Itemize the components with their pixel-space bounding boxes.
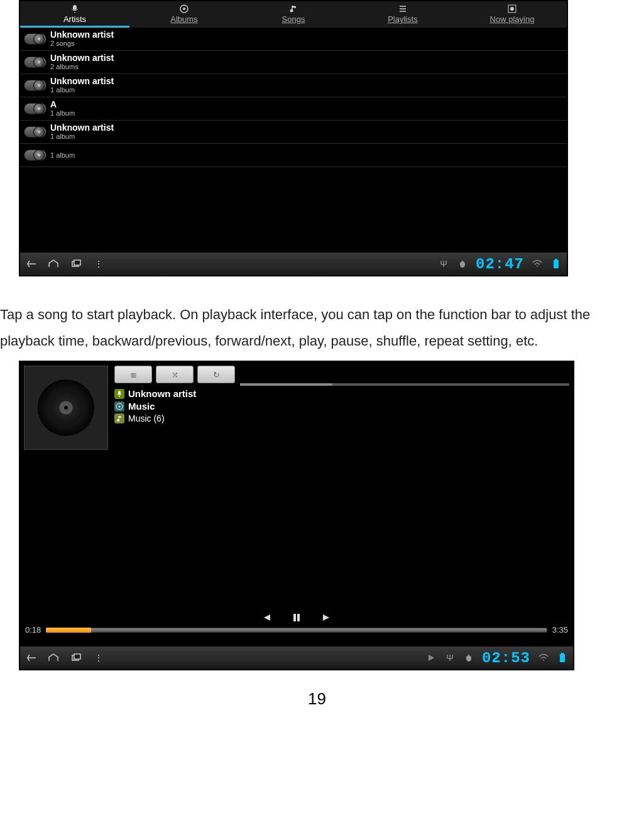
screenshot-now-playing: ≣ ⤮ ↻ Unknown artist Music bbox=[19, 361, 574, 670]
expand-chip[interactable]: ▾ bbox=[24, 126, 46, 138]
chevron-down-icon: ▾ bbox=[38, 36, 41, 42]
tab-playlists[interactable]: Playlists bbox=[348, 1, 457, 28]
previous-button[interactable] bbox=[261, 613, 272, 622]
back-icon[interactable] bbox=[25, 652, 36, 663]
artist-row[interactable]: ▾Unknown artist1 album bbox=[20, 74, 567, 97]
expand-chip[interactable]: ▾ bbox=[24, 150, 46, 161]
artist-sub: 2 songs bbox=[50, 40, 114, 48]
artist-sub: 1 album bbox=[50, 151, 75, 160]
tab-label: Artists bbox=[63, 14, 86, 24]
menu-icon[interactable]: ⋮ bbox=[93, 652, 104, 663]
tab-label: Songs bbox=[282, 14, 305, 24]
disc-icon bbox=[114, 401, 124, 412]
album-art[interactable] bbox=[24, 366, 108, 450]
tab-now-playing[interactable]: Now playing bbox=[457, 1, 567, 28]
usb-icon: Ψ bbox=[444, 652, 456, 663]
artist-name: Unknown artist bbox=[50, 77, 114, 86]
screenshot-artist-list: ArtistsAlbumsSongsPlaylistsNow playing ▾… bbox=[19, 0, 568, 276]
tab-songs[interactable]: Songs bbox=[239, 1, 348, 28]
wifi-icon bbox=[532, 258, 543, 270]
chevron-down-icon: ▾ bbox=[38, 106, 41, 112]
repeat-button[interactable]: ↻ bbox=[197, 366, 235, 383]
battery-icon bbox=[550, 258, 562, 270]
tab-icon bbox=[288, 4, 298, 14]
artist-row[interactable]: Unknown artist bbox=[114, 388, 569, 399]
album-name: Music bbox=[128, 401, 155, 412]
svg-rect-17 bbox=[118, 391, 121, 395]
buffer-bar bbox=[240, 383, 569, 386]
artist-name: Unknown artist bbox=[50, 30, 114, 40]
expand-chip[interactable]: ▾ bbox=[24, 33, 46, 45]
page-number: 19 bbox=[0, 689, 634, 709]
svg-rect-21 bbox=[293, 614, 296, 621]
artist-sub: 1 album bbox=[50, 109, 75, 117]
expand-chip[interactable]: ▾ bbox=[24, 57, 46, 68]
chevron-down-icon: ▾ bbox=[38, 60, 41, 65]
track-row[interactable]: Music (6) bbox=[114, 413, 569, 423]
artist-row[interactable]: ▾Unknown artist2 albums bbox=[20, 51, 567, 74]
svg-rect-16 bbox=[555, 259, 557, 260]
wifi-icon bbox=[538, 652, 549, 663]
svg-point-19 bbox=[119, 405, 121, 407]
total-time: 3:35 bbox=[552, 625, 568, 635]
back-icon[interactable] bbox=[25, 258, 36, 270]
home-icon[interactable] bbox=[48, 258, 59, 270]
mic-icon bbox=[114, 389, 124, 399]
svg-rect-30 bbox=[561, 653, 564, 654]
artist-name: Unknown artist bbox=[128, 388, 196, 399]
track-name: Music (6) bbox=[128, 413, 165, 423]
tab-label: Albums bbox=[170, 14, 197, 24]
svg-rect-15 bbox=[554, 260, 559, 268]
artist-sub: 2 albums bbox=[50, 63, 114, 71]
svg-point-3 bbox=[290, 9, 293, 13]
shuffle-icon: ⤮ bbox=[172, 370, 178, 379]
tab-label: Now playing bbox=[490, 14, 535, 24]
artist-name: A bbox=[50, 100, 75, 109]
menu-icon[interactable]: ⋮ bbox=[93, 258, 104, 270]
tab-artists[interactable]: Artists bbox=[20, 1, 129, 28]
shuffle-button[interactable]: ⤮ bbox=[156, 366, 194, 383]
chevron-down-icon: ▾ bbox=[38, 83, 41, 89]
artist-sub: 1 album bbox=[50, 133, 114, 141]
seek-bar[interactable] bbox=[46, 626, 547, 635]
tab-albums[interactable]: Albums bbox=[129, 1, 239, 28]
usb-debug-icon bbox=[463, 652, 474, 663]
expand-chip[interactable]: ▾ bbox=[24, 103, 46, 114]
album-row[interactable]: Music bbox=[114, 401, 569, 412]
tab-icon bbox=[398, 4, 408, 14]
svg-rect-29 bbox=[560, 654, 565, 662]
artist-sub: 1 album bbox=[50, 86, 114, 94]
vinyl-icon bbox=[38, 379, 94, 436]
svg-rect-10 bbox=[74, 260, 80, 265]
tab-icon bbox=[507, 4, 517, 14]
elapsed-time: 0:18 bbox=[25, 625, 41, 635]
battery-icon bbox=[557, 652, 568, 663]
body-paragraph: Tap a song to start playback. On playbac… bbox=[0, 302, 634, 354]
artist-row[interactable]: ▾Unknown artist1 album bbox=[20, 121, 567, 144]
repeat-icon: ↻ bbox=[213, 370, 220, 379]
clock: 02:47 bbox=[476, 256, 524, 273]
usb-debug-icon bbox=[457, 258, 468, 270]
tab-label: Playlists bbox=[388, 14, 418, 24]
svg-point-11 bbox=[460, 261, 465, 268]
play-indicator-icon bbox=[425, 652, 437, 663]
pause-button[interactable] bbox=[291, 613, 302, 622]
expand-chip[interactable]: ▾ bbox=[24, 80, 46, 91]
artist-row[interactable]: ▾1 album bbox=[20, 144, 567, 167]
svg-point-25 bbox=[466, 655, 471, 662]
clock: 02:53 bbox=[482, 650, 530, 667]
artist-row[interactable]: ▾Unknown artist2 songs bbox=[20, 28, 567, 51]
svg-point-8 bbox=[510, 7, 514, 11]
recent-apps-icon[interactable] bbox=[70, 258, 82, 270]
chevron-down-icon: ▾ bbox=[38, 153, 41, 158]
recent-apps-icon[interactable] bbox=[70, 652, 82, 663]
tab-icon bbox=[179, 4, 189, 14]
next-button[interactable] bbox=[321, 613, 332, 622]
tab-bar: ArtistsAlbumsSongsPlaylistsNow playing bbox=[20, 1, 567, 28]
usb-icon: Ψ bbox=[438, 258, 449, 270]
svg-rect-0 bbox=[73, 5, 77, 10]
queue-button[interactable]: ≣ bbox=[114, 366, 152, 383]
queue-icon: ≣ bbox=[130, 370, 137, 379]
home-icon[interactable] bbox=[48, 652, 59, 663]
artist-row[interactable]: ▾A1 album bbox=[20, 97, 567, 121]
